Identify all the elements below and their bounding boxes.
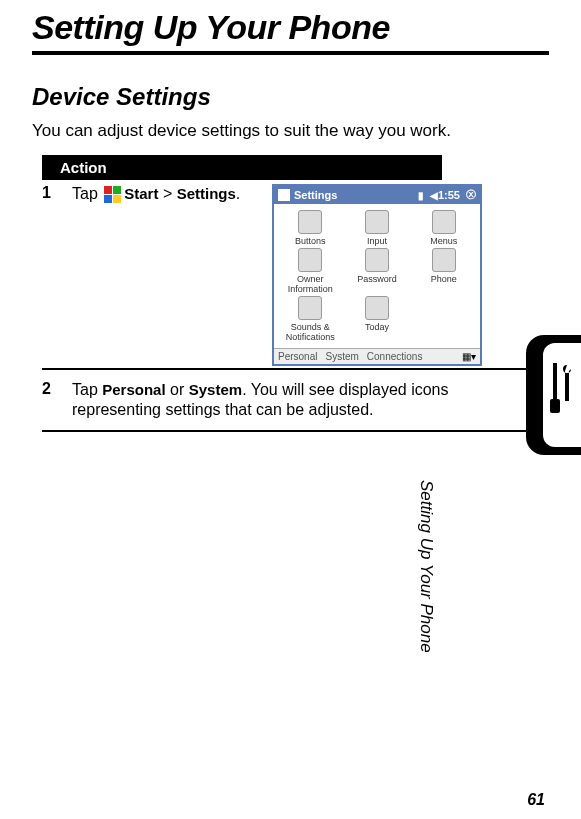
wrench-screwdriver-icon xyxy=(547,359,577,419)
step-number: 2 xyxy=(42,380,72,398)
settings-grid: Buttons Input Menus Owner Information Pa… xyxy=(274,204,480,348)
svg-rect-0 xyxy=(104,186,112,194)
action-header: Action xyxy=(42,155,442,180)
start-flag-icon xyxy=(278,189,290,201)
row-divider xyxy=(42,368,532,370)
windows-flag-icon xyxy=(104,186,122,204)
table-end-rule xyxy=(42,430,532,433)
volume-icon: ◀ xyxy=(430,190,438,201)
page-number: 61 xyxy=(527,791,545,809)
step-row-2: 2 Tap Personal or System. You will see d… xyxy=(32,374,522,426)
screenshot-tabbar: PersonalSystemConnections ▦▾ xyxy=(274,348,480,364)
svg-rect-2 xyxy=(104,195,112,203)
svg-rect-5 xyxy=(550,399,560,413)
screenshot-titlebar: Settings ▮ ◀ 1:55 ⓧ xyxy=(274,186,480,204)
svg-rect-1 xyxy=(113,186,121,194)
keyboard-icon: ▦▾ xyxy=(462,351,476,362)
step-number: 1 xyxy=(42,184,72,366)
title-underline xyxy=(32,51,549,55)
screenshot-title: Settings xyxy=(294,189,337,201)
step-1-text: Tap Start > Settings. xyxy=(72,184,272,366)
step-row-1: 1 Tap Start > Settings. Settings ▮ ◀ 1:5… xyxy=(32,180,522,366)
close-icon: ⓧ xyxy=(466,188,476,202)
chapter-title: Setting Up Your Phone xyxy=(32,8,549,47)
screenshot-time: 1:55 xyxy=(438,189,460,201)
embedded-screenshot: Settings ▮ ◀ 1:55 ⓧ Buttons Input Menus … xyxy=(272,184,482,366)
section-title: Device Settings xyxy=(32,83,549,111)
intro-text: You can adjust device settings to suit t… xyxy=(32,121,549,141)
side-running-head: Setting Up Your Phone xyxy=(416,480,436,680)
svg-rect-4 xyxy=(553,363,557,399)
step-2-text: Tap Personal or System. You will see dis… xyxy=(72,380,522,420)
svg-rect-3 xyxy=(113,195,121,203)
thumb-tab xyxy=(526,335,581,455)
signal-icon: ▮ xyxy=(418,190,424,201)
